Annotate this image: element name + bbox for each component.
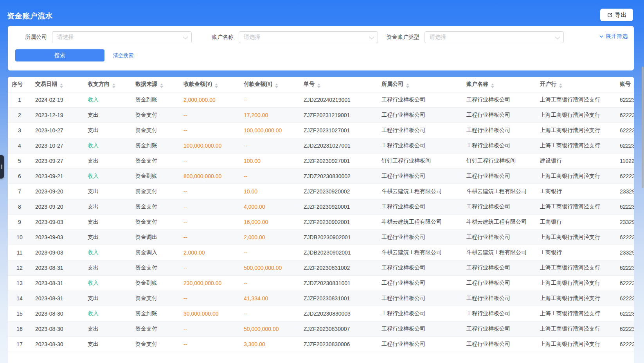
cell-accno: 6222301111 bbox=[616, 291, 634, 306]
column-label: 收款金额(¥) bbox=[183, 81, 212, 87]
cell-accno: 6222301111 bbox=[616, 138, 634, 154]
sort-icon[interactable] bbox=[559, 83, 562, 88]
cell-accno: 6222301111 bbox=[616, 230, 634, 245]
cell-company: 工程行业样板公司 bbox=[378, 291, 462, 306]
cell-source: 资金到账 bbox=[131, 169, 180, 184]
cell-received: 800,000,000.00 bbox=[180, 169, 240, 184]
cell-received: -- bbox=[180, 337, 240, 352]
sort-icon[interactable] bbox=[491, 83, 494, 88]
cell-date: 2023-08-31 bbox=[31, 291, 84, 306]
cell-received: -- bbox=[180, 215, 240, 230]
cell-no: 9 bbox=[8, 215, 31, 230]
cell-company: 工程行业样板公司 bbox=[378, 108, 462, 123]
sort-icon[interactable] bbox=[275, 83, 278, 88]
cell-direction: 收入 bbox=[84, 169, 131, 184]
cell-received: -- bbox=[180, 184, 240, 199]
cell-direction: 收入 bbox=[84, 92, 131, 108]
table-row: 72023-09-20支出资金支付--10.00ZJZF20230920002斗… bbox=[8, 184, 634, 199]
cell-paid: -- bbox=[240, 245, 300, 260]
cell-no: 6 bbox=[8, 169, 31, 184]
cell-account: 钉钉工程行业样板间 bbox=[462, 154, 536, 169]
side-drawer-handle[interactable] bbox=[0, 155, 4, 179]
column-header-accno[interactable]: 账号 bbox=[616, 77, 634, 92]
column-label: 开户行 bbox=[540, 81, 556, 87]
cell-source: 资金到账 bbox=[131, 276, 180, 291]
column-header-paid[interactable]: 付款金额(¥) bbox=[240, 77, 300, 92]
company-select[interactable]: 请选择 bbox=[52, 31, 192, 43]
cell-company: 工程行业样板公司 bbox=[378, 276, 462, 291]
cell-account: 斗栱云建筑工程有限公司 bbox=[462, 245, 536, 260]
cell-date: 2023-09-03 bbox=[31, 245, 84, 260]
cell-bank: 工商银行 bbox=[536, 215, 616, 230]
chevron-down-icon bbox=[183, 34, 188, 39]
account-name-filter-label: 账户名称 bbox=[212, 34, 234, 41]
cell-order: ZJZF20230927001 bbox=[300, 154, 378, 169]
table-row: 52023-09-27支出资金支付--100.00ZJZF20230927001… bbox=[8, 154, 634, 169]
column-header-received[interactable]: 收款金额(¥) bbox=[180, 77, 240, 92]
sort-icon[interactable] bbox=[633, 83, 634, 88]
cell-paid: 16,000.00 bbox=[240, 215, 300, 230]
filter-group-account-type: 资金账户类型 请选择 bbox=[387, 31, 564, 43]
column-header-company[interactable]: 所属公司 bbox=[378, 77, 462, 92]
sort-icon[interactable] bbox=[406, 83, 409, 88]
column-header-account[interactable]: 账户名称 bbox=[462, 77, 536, 92]
expand-filters-link[interactable]: 展开筛选 bbox=[599, 33, 628, 40]
export-button[interactable]: 导出 bbox=[600, 9, 633, 21]
cell-company: 斗栱云建筑工程有限公司 bbox=[378, 245, 462, 260]
export-icon bbox=[607, 12, 613, 18]
account-name-select-placeholder: 请选择 bbox=[244, 34, 260, 41]
column-header-no: 序号 bbox=[8, 77, 31, 92]
clear-search-link[interactable]: 清空搜索 bbox=[113, 52, 133, 59]
cell-received: 100,000,000.00 bbox=[180, 138, 240, 154]
cell-direction: 支出 bbox=[84, 123, 131, 138]
cell-source: 资金到账 bbox=[131, 306, 180, 321]
cell-paid: 50,000,000.00 bbox=[240, 321, 300, 337]
account-type-select[interactable]: 请选择 bbox=[425, 31, 564, 43]
cell-bank: 上海工商银行漕河泾支行 bbox=[536, 306, 616, 321]
sort-icon[interactable] bbox=[60, 83, 63, 88]
cell-received: 230,000,000.00 bbox=[180, 276, 240, 291]
cell-no: 8 bbox=[8, 199, 31, 215]
sort-icon[interactable] bbox=[215, 83, 218, 88]
cell-order: ZJZF20230902001 bbox=[300, 215, 378, 230]
company-select-placeholder: 请选择 bbox=[57, 34, 74, 41]
table-header-row: 序号交易日期收支方向数据来源收款金额(¥)付款金额(¥)单号所属公司账户名称开户… bbox=[8, 77, 634, 92]
column-header-date[interactable]: 交易日期 bbox=[31, 77, 84, 92]
cell-source: 资金支付 bbox=[131, 321, 180, 337]
cell-paid: 500,000,000.00 bbox=[240, 260, 300, 276]
cell-bank: 上海工商银行漕河泾支行 bbox=[536, 138, 616, 154]
sort-icon[interactable] bbox=[160, 83, 163, 88]
sort-icon[interactable] bbox=[112, 83, 115, 88]
cell-date: 2023-12-19 bbox=[31, 108, 84, 123]
cell-direction: 支出 bbox=[84, 260, 131, 276]
cell-account: 工程行业样板公司 bbox=[462, 260, 536, 276]
cell-no: 10 bbox=[8, 230, 31, 245]
sort-icon[interactable] bbox=[317, 83, 320, 88]
page-title: 资金账户流水 bbox=[7, 11, 53, 21]
account-name-select[interactable]: 请选择 bbox=[239, 31, 378, 43]
cell-received: -- bbox=[180, 199, 240, 215]
cell-paid: 10.00 bbox=[240, 184, 300, 199]
cell-direction: 收入 bbox=[84, 306, 131, 321]
column-header-source[interactable]: 数据来源 bbox=[131, 77, 180, 92]
cell-order: ZJDZ20230830003 bbox=[300, 306, 378, 321]
cell-bank: 上海工商银行漕河泾支行 bbox=[536, 337, 616, 352]
cell-accno: 6222301111 bbox=[616, 321, 634, 337]
cell-received: -- bbox=[180, 291, 240, 306]
column-header-order[interactable]: 单号 bbox=[300, 77, 378, 92]
cell-date: 2023-09-20 bbox=[31, 199, 84, 215]
cell-order: ZJZF20230920002 bbox=[300, 184, 378, 199]
cell-account: 工程行业样板公司 bbox=[462, 291, 536, 306]
cell-received: 2,000,000.00 bbox=[180, 92, 240, 108]
cell-source: 资金支付 bbox=[131, 199, 180, 215]
search-button[interactable]: 搜索 bbox=[15, 49, 104, 61]
cell-date: 2023-09-21 bbox=[31, 169, 84, 184]
table-row: 92023-09-03支出资金支付--16,000.00ZJZF20230902… bbox=[8, 215, 634, 230]
column-header-bank[interactable]: 开户行 bbox=[536, 77, 616, 92]
cell-order: ZJDZ20230831001 bbox=[300, 276, 378, 291]
scrollbar-thumb[interactable] bbox=[642, 67, 644, 188]
column-label: 所属公司 bbox=[381, 81, 403, 87]
column-header-direction[interactable]: 收支方向 bbox=[84, 77, 131, 92]
cell-no: 12 bbox=[8, 260, 31, 276]
cell-date: 2023-09-27 bbox=[31, 154, 84, 169]
